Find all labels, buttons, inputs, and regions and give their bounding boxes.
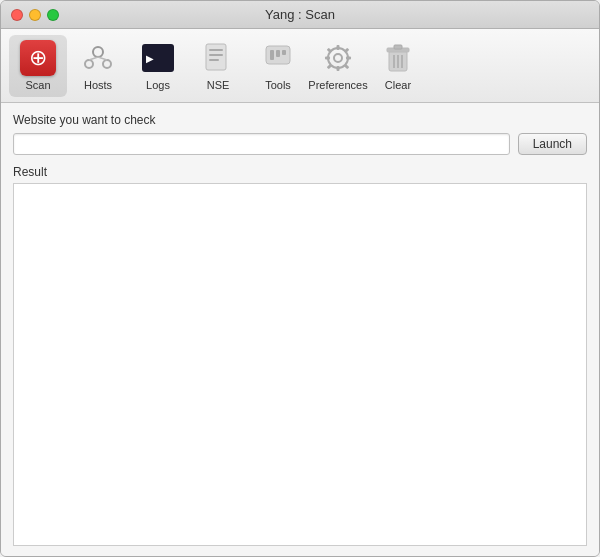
- svg-rect-19: [327, 48, 333, 54]
- svg-point-1: [85, 60, 93, 68]
- svg-line-3: [89, 57, 98, 60]
- window-controls: [11, 9, 59, 21]
- content-area: Website you want to check Launch Result: [1, 103, 599, 556]
- logs-label: Logs: [146, 79, 170, 91]
- scan-label: Scan: [25, 79, 50, 91]
- svg-rect-5: [206, 44, 226, 70]
- svg-rect-10: [270, 50, 274, 60]
- svg-rect-11: [276, 50, 280, 57]
- svg-rect-12: [282, 50, 286, 55]
- toolbar-item-nse[interactable]: NSE: [189, 35, 247, 97]
- svg-point-0: [93, 47, 103, 57]
- svg-rect-18: [346, 57, 351, 60]
- toolbar-item-logs[interactable]: Logs: [129, 35, 187, 97]
- input-row: Launch: [13, 133, 587, 155]
- preferences-icon: [320, 40, 356, 76]
- svg-rect-20: [344, 48, 350, 54]
- hosts-icon: [80, 40, 116, 76]
- window-title: Yang : Scan: [265, 7, 335, 22]
- input-section: Website you want to check Launch: [13, 113, 587, 155]
- result-area: [13, 184, 587, 546]
- clear-label: Clear: [385, 79, 411, 91]
- preferences-label: Preferences: [308, 79, 367, 91]
- nse-label: NSE: [207, 79, 230, 91]
- svg-rect-8: [209, 59, 219, 61]
- toolbar: Scan Hosts Logs: [1, 29, 599, 103]
- svg-rect-6: [209, 49, 223, 51]
- nse-icon: [200, 40, 236, 76]
- svg-rect-25: [394, 45, 402, 49]
- hosts-label: Hosts: [84, 79, 112, 91]
- url-input[interactable]: [13, 133, 510, 155]
- toolbar-item-clear[interactable]: Clear: [369, 35, 427, 97]
- main-window: Yang : Scan Scan Hosts: [0, 0, 600, 557]
- toolbar-item-hosts[interactable]: Hosts: [69, 35, 127, 97]
- close-button[interactable]: [11, 9, 23, 21]
- result-header: Result: [13, 165, 587, 184]
- toolbar-item-preferences[interactable]: Preferences: [309, 35, 367, 97]
- toolbar-item-tools[interactable]: Tools: [249, 35, 307, 97]
- result-section: Result: [13, 165, 587, 546]
- logs-icon: [140, 40, 176, 76]
- svg-line-4: [98, 57, 107, 60]
- svg-point-14: [334, 54, 342, 62]
- scan-icon: [20, 40, 56, 76]
- svg-rect-17: [325, 57, 330, 60]
- minimize-button[interactable]: [29, 9, 41, 21]
- titlebar: Yang : Scan: [1, 1, 599, 29]
- svg-point-2: [103, 60, 111, 68]
- tools-label: Tools: [265, 79, 291, 91]
- maximize-button[interactable]: [47, 9, 59, 21]
- svg-rect-15: [337, 45, 340, 50]
- tools-icon: [260, 40, 296, 76]
- svg-rect-16: [337, 66, 340, 71]
- clear-icon: [380, 40, 416, 76]
- svg-rect-7: [209, 54, 223, 56]
- input-label: Website you want to check: [13, 113, 587, 127]
- toolbar-item-scan[interactable]: Scan: [9, 35, 67, 97]
- launch-button[interactable]: Launch: [518, 133, 587, 155]
